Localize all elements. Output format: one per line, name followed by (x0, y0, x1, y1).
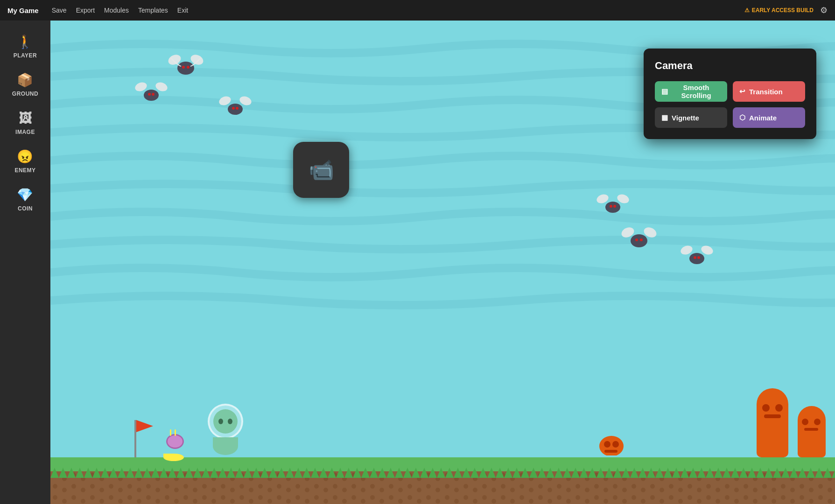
svg-point-39 (700, 245, 714, 256)
game-title: My Game (7, 7, 39, 14)
nav-save[interactable]: Save (52, 7, 67, 14)
svg-point-54 (604, 441, 610, 448)
svg-point-38 (680, 245, 694, 256)
settings-icon[interactable]: ⚙ (820, 5, 828, 15)
svg-rect-49 (764, 414, 781, 418)
svg-rect-46 (50, 468, 835, 478)
svg-point-34 (640, 238, 643, 241)
svg-point-27 (613, 205, 616, 208)
coin-icon: 💎 (17, 187, 34, 203)
smooth-scrolling-label: Smooth Scrolling (672, 84, 721, 99)
transition-label: Transition (749, 88, 783, 96)
player-icon: 🚶 (17, 34, 34, 49)
svg-point-33 (635, 238, 638, 241)
player-character (204, 404, 246, 455)
nav-modules[interactable]: Modules (104, 7, 129, 14)
player-label: PLAYER (14, 52, 37, 59)
nav-templates[interactable]: Templates (138, 7, 168, 14)
nav-exit[interactable]: Exit (177, 7, 188, 14)
svg-point-41 (697, 256, 700, 259)
vignette-button[interactable]: ▦ Vignette (655, 107, 727, 128)
camera-icon: 📹 (309, 158, 334, 182)
svg-rect-52 (804, 428, 818, 431)
svg-point-19 (232, 107, 235, 110)
svg-point-51 (814, 419, 821, 425)
player-body (213, 409, 238, 434)
player-helmet (208, 404, 243, 439)
sidebar-item-image[interactable]: 🖼 IMAGE (5, 105, 46, 141)
svg-point-25 (616, 193, 630, 205)
bat-enemy-2 (134, 81, 168, 106)
transition-button[interactable]: ↩ Transition (733, 81, 805, 102)
svg-point-40 (694, 256, 696, 259)
smooth-scrolling-button[interactable]: ▤ Smooth Scrolling (655, 81, 727, 102)
image-label: IMAGE (15, 129, 35, 135)
svg-point-11 (154, 81, 168, 93)
camera-panel-buttons: ▤ Smooth Scrolling ↩ Transition ▦ Vignet… (655, 81, 805, 128)
bat-enemy-4 (596, 193, 630, 218)
svg-point-55 (612, 441, 619, 448)
svg-point-6 (187, 66, 189, 69)
sidebar-item-ground[interactable]: 📦 GROUND (5, 66, 46, 103)
coin-label: COIN (18, 205, 33, 212)
flag (134, 420, 136, 457)
flag-pole (134, 420, 136, 457)
nav-menu: Save Export Modules Templates Exit (52, 7, 188, 14)
ground (50, 457, 835, 504)
orange-enemy-small-1 (798, 406, 826, 457)
snail-antenna-right (175, 429, 176, 436)
animate-button[interactable]: ⬡ Animate (733, 107, 805, 128)
enemy-icon: 😠 (17, 149, 34, 164)
svg-point-17 (218, 95, 232, 107)
nav-export[interactable]: Export (76, 7, 95, 14)
warning-icon: ⚠ (744, 7, 750, 14)
player-eye-right (228, 419, 232, 424)
svg-point-10 (134, 81, 148, 93)
animate-icon: ⬡ (739, 113, 745, 122)
snail-body (163, 454, 184, 461)
vignette-label: Vignette (672, 114, 699, 122)
smooth-scrolling-icon: ▤ (661, 87, 668, 96)
navbar-right: ⚠ EARLY ACCESS BUILD ⚙ (744, 5, 828, 15)
player-legs (213, 437, 238, 455)
svg-point-26 (610, 205, 612, 208)
snail-shell (166, 434, 184, 449)
svg-point-24 (596, 193, 610, 205)
svg-point-18 (239, 95, 252, 107)
ground-label: GROUND (12, 91, 38, 97)
bump-enemy (598, 432, 625, 457)
camera-panel-row-1: ▤ Smooth Scrolling ↩ Transition (655, 81, 805, 102)
svg-point-12 (148, 93, 151, 96)
sidebar: 🚶 PLAYER 📦 GROUND 🖼 IMAGE 😠 ENEMY 💎 COIN (0, 21, 50, 504)
animate-label: Animate (749, 114, 777, 122)
bat-enemy-1 (167, 53, 204, 81)
svg-point-48 (775, 404, 783, 412)
game-canvas[interactable]: 📹 (50, 21, 835, 504)
camera-panel-title: Camera (655, 60, 805, 72)
ground-icon: 📦 (17, 72, 34, 88)
early-access-badge: ⚠ EARLY ACCESS BUILD (744, 7, 814, 14)
transition-icon: ↩ (739, 87, 745, 96)
sidebar-item-coin[interactable]: 💎 COIN (5, 181, 46, 217)
camera-widget[interactable]: 📹 (293, 142, 349, 198)
image-icon: 🖼 (19, 111, 32, 126)
snail-character (166, 434, 189, 457)
svg-rect-56 (604, 450, 617, 453)
snail-antenna-left (170, 429, 171, 436)
camera-panel: Camera ▤ Smooth Scrolling ↩ Transition ▦ (644, 49, 816, 139)
bat-enemy-6 (680, 245, 714, 270)
bat-enemy-3 (218, 95, 252, 120)
orange-enemy-tall-1 (757, 388, 788, 457)
player-eye-left (218, 419, 223, 424)
bat-enemy-5 (620, 226, 658, 253)
sidebar-item-player[interactable]: 🚶 PLAYER (5, 28, 46, 64)
vignette-icon: ▦ (661, 113, 668, 122)
navbar: My Game Save Export Modules Templates Ex… (0, 0, 835, 21)
enemy-label: ENEMY (14, 167, 35, 174)
camera-panel-row-2: ▦ Vignette ⬡ Animate (655, 107, 805, 128)
svg-point-50 (802, 419, 808, 425)
main-area: 🚶 PLAYER 📦 GROUND 🖼 IMAGE 😠 ENEMY 💎 COIN (0, 21, 835, 504)
grass-spikes (50, 468, 835, 478)
svg-point-5 (182, 66, 185, 69)
sidebar-item-enemy[interactable]: 😠 ENEMY (5, 143, 46, 179)
